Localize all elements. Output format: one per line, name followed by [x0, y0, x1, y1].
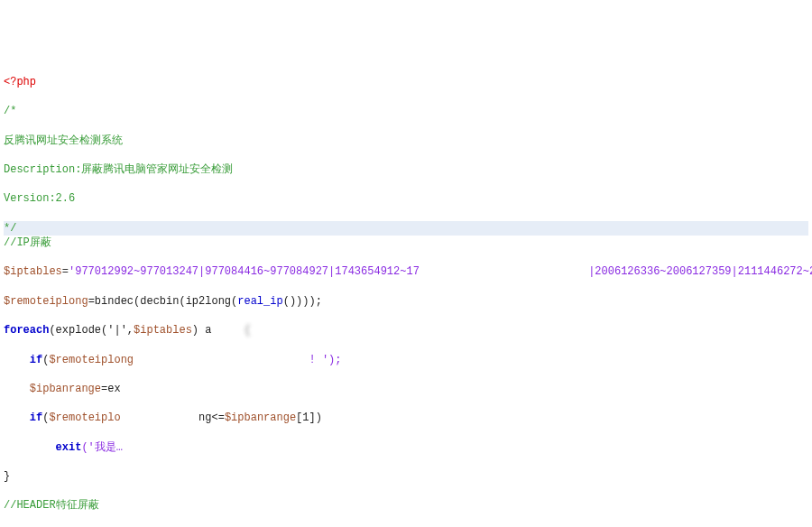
php-open-tag: <?php	[4, 76, 36, 88]
desc-text: 屏蔽腾讯电脑管家网址安全检测	[81, 163, 233, 176]
desc-label: Description:	[4, 163, 81, 176]
remoteip-var: $remoteiplong	[4, 295, 88, 308]
iptables-string: '977012992~977013247|977084416~977084927…	[69, 265, 420, 278]
foreach-kw: foreach	[4, 324, 49, 337]
comment-title: 反腾讯网址安全检测系统	[4, 134, 123, 147]
iptables-string2: |2006126336~2006127359|2111446272~211144…	[588, 265, 812, 278]
comment-open: /*	[4, 105, 16, 117]
code-block: <?php /* 反腾讯网址安全检测系统 Description:屏蔽腾讯电脑管…	[4, 60, 808, 527]
ip-block-comment: //IP屏蔽	[4, 236, 51, 249]
iptables-var: $iptables	[4, 265, 62, 278]
header-block-comment: //HEADER特征屏蔽	[4, 499, 99, 512]
comment-close: */	[4, 222, 16, 235]
version: Version:2.6	[4, 192, 75, 205]
